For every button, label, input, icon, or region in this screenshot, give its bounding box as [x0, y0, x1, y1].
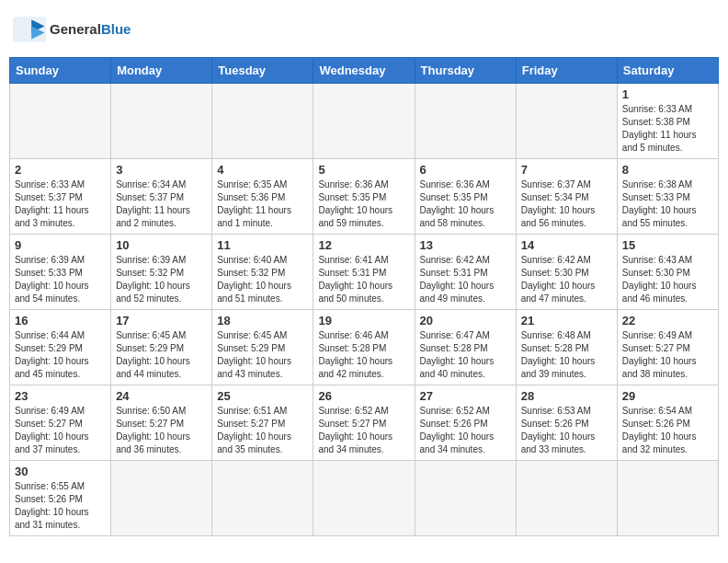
day-number: 23	[15, 389, 106, 403]
day-number: 19	[318, 314, 409, 327]
calendar-day-9: 9Sunrise: 6:39 AMSunset: 5:33 PMDaylight…	[10, 235, 111, 310]
day-info: Sunrise: 6:50 AMSunset: 5:27 PMDaylight:…	[116, 405, 207, 456]
page-header: GeneralBlue	[9, 9, 719, 50]
day-number: 14	[521, 238, 612, 252]
day-info: Sunrise: 6:39 AMSunset: 5:32 PMDaylight:…	[116, 254, 207, 305]
day-number: 6	[420, 163, 511, 177]
calendar-day-empty	[212, 461, 313, 536]
day-info: Sunrise: 6:33 AMSunset: 5:38 PMDaylight:…	[622, 103, 713, 155]
day-number: 26	[318, 389, 409, 403]
day-info: Sunrise: 6:53 AMSunset: 5:26 PMDaylight:…	[521, 405, 612, 456]
weekday-header-saturday: Saturday	[617, 58, 718, 84]
day-number: 22	[622, 314, 713, 327]
day-info: Sunrise: 6:35 AMSunset: 5:36 PMDaylight:…	[217, 178, 308, 230]
calendar-day-2: 2Sunrise: 6:33 AMSunset: 5:37 PMDaylight…	[10, 159, 111, 235]
calendar-day-14: 14Sunrise: 6:42 AMSunset: 5:30 PMDayligh…	[516, 235, 617, 310]
day-number: 5	[318, 163, 409, 177]
calendar-day-7: 7Sunrise: 6:37 AMSunset: 5:34 PMDaylight…	[516, 159, 617, 235]
day-info: Sunrise: 6:46 AMSunset: 5:28 PMDaylight:…	[318, 329, 409, 381]
calendar-day-16: 16Sunrise: 6:44 AMSunset: 5:29 PMDayligh…	[10, 310, 111, 385]
day-info: Sunrise: 6:37 AMSunset: 5:34 PMDaylight:…	[521, 178, 612, 230]
day-info: Sunrise: 6:42 AMSunset: 5:30 PMDaylight:…	[521, 254, 612, 305]
calendar-week-1: 1Sunrise: 6:33 AMSunset: 5:38 PMDaylight…	[10, 84, 719, 159]
calendar-day-empty	[212, 84, 313, 159]
day-info: Sunrise: 6:38 AMSunset: 5:33 PMDaylight:…	[622, 178, 713, 230]
day-info: Sunrise: 6:49 AMSunset: 5:27 PMDaylight:…	[15, 405, 106, 456]
weekday-header-wednesday: Wednesday	[313, 58, 415, 84]
weekday-header-tuesday: Tuesday	[212, 58, 313, 84]
calendar-day-6: 6Sunrise: 6:36 AMSunset: 5:35 PMDaylight…	[415, 159, 516, 235]
day-number: 13	[420, 238, 511, 252]
calendar-day-8: 8Sunrise: 6:38 AMSunset: 5:33 PMDaylight…	[617, 159, 718, 235]
calendar-day-empty	[313, 84, 415, 159]
day-info: Sunrise: 6:39 AMSunset: 5:33 PMDaylight:…	[15, 254, 106, 305]
calendar-day-22: 22Sunrise: 6:49 AMSunset: 5:27 PMDayligh…	[617, 310, 718, 385]
calendar-day-empty	[516, 461, 617, 536]
calendar-day-empty	[415, 84, 516, 159]
day-number: 11	[217, 238, 308, 252]
calendar-table: SundayMondayTuesdayWednesdayThursdayFrid…	[9, 57, 719, 536]
day-info: Sunrise: 6:52 AMSunset: 5:27 PMDaylight:…	[318, 405, 409, 456]
calendar-day-4: 4Sunrise: 6:35 AMSunset: 5:36 PMDaylight…	[212, 159, 313, 235]
day-number: 15	[622, 238, 713, 252]
day-number: 9	[15, 238, 106, 252]
day-number: 18	[217, 314, 308, 327]
calendar-day-empty	[617, 461, 718, 536]
calendar-day-27: 27Sunrise: 6:52 AMSunset: 5:26 PMDayligh…	[415, 385, 516, 461]
calendar-day-30: 30Sunrise: 6:55 AMSunset: 5:26 PMDayligh…	[10, 461, 111, 536]
day-info: Sunrise: 6:45 AMSunset: 5:29 PMDaylight:…	[116, 329, 207, 381]
day-info: Sunrise: 6:45 AMSunset: 5:29 PMDaylight:…	[217, 329, 308, 381]
weekday-header-friday: Friday	[516, 58, 617, 84]
day-info: Sunrise: 6:43 AMSunset: 5:30 PMDaylight:…	[622, 254, 713, 305]
calendar-day-29: 29Sunrise: 6:54 AMSunset: 5:26 PMDayligh…	[617, 385, 718, 461]
calendar-day-3: 3Sunrise: 6:34 AMSunset: 5:37 PMDaylight…	[111, 159, 212, 235]
day-number: 24	[116, 389, 207, 403]
day-number: 7	[521, 163, 612, 177]
weekday-header-monday: Monday	[111, 58, 212, 84]
day-info: Sunrise: 6:54 AMSunset: 5:26 PMDaylight:…	[622, 405, 713, 456]
day-number: 16	[15, 314, 106, 327]
calendar-day-11: 11Sunrise: 6:40 AMSunset: 5:32 PMDayligh…	[212, 235, 313, 310]
calendar-day-28: 28Sunrise: 6:53 AMSunset: 5:26 PMDayligh…	[516, 385, 617, 461]
day-number: 27	[420, 389, 511, 403]
calendar-day-19: 19Sunrise: 6:46 AMSunset: 5:28 PMDayligh…	[313, 310, 415, 385]
calendar-week-2: 2Sunrise: 6:33 AMSunset: 5:37 PMDaylight…	[10, 159, 719, 235]
day-info: Sunrise: 6:51 AMSunset: 5:27 PMDaylight:…	[217, 405, 308, 456]
day-info: Sunrise: 6:42 AMSunset: 5:31 PMDaylight:…	[420, 254, 511, 305]
logo: GeneralBlue	[13, 17, 131, 42]
calendar-day-18: 18Sunrise: 6:45 AMSunset: 5:29 PMDayligh…	[212, 310, 313, 385]
calendar-day-23: 23Sunrise: 6:49 AMSunset: 5:27 PMDayligh…	[10, 385, 111, 461]
calendar-day-empty	[415, 461, 516, 536]
day-number: 2	[15, 163, 106, 177]
calendar-day-13: 13Sunrise: 6:42 AMSunset: 5:31 PMDayligh…	[415, 235, 516, 310]
day-number: 20	[420, 314, 511, 327]
day-number: 21	[521, 314, 612, 327]
calendar-day-15: 15Sunrise: 6:43 AMSunset: 5:30 PMDayligh…	[617, 235, 718, 310]
calendar-week-5: 23Sunrise: 6:49 AMSunset: 5:27 PMDayligh…	[10, 385, 719, 461]
day-info: Sunrise: 6:52 AMSunset: 5:26 PMDaylight:…	[420, 405, 511, 456]
calendar-day-24: 24Sunrise: 6:50 AMSunset: 5:27 PMDayligh…	[111, 385, 212, 461]
day-info: Sunrise: 6:40 AMSunset: 5:32 PMDaylight:…	[217, 254, 308, 305]
day-info: Sunrise: 6:55 AMSunset: 5:26 PMDaylight:…	[15, 480, 106, 532]
day-number: 4	[217, 163, 308, 177]
day-info: Sunrise: 6:41 AMSunset: 5:31 PMDaylight:…	[318, 254, 409, 305]
calendar-day-1: 1Sunrise: 6:33 AMSunset: 5:38 PMDaylight…	[617, 84, 718, 159]
day-number: 25	[217, 389, 308, 403]
calendar-day-empty	[313, 461, 415, 536]
day-number: 12	[318, 238, 409, 252]
day-number: 29	[622, 389, 713, 403]
weekday-header-thursday: Thursday	[415, 58, 516, 84]
day-number: 30	[15, 465, 106, 478]
day-info: Sunrise: 6:47 AMSunset: 5:28 PMDaylight:…	[420, 329, 511, 381]
weekday-header-sunday: Sunday	[10, 58, 111, 84]
calendar-day-12: 12Sunrise: 6:41 AMSunset: 5:31 PMDayligh…	[313, 235, 415, 310]
calendar-day-26: 26Sunrise: 6:52 AMSunset: 5:27 PMDayligh…	[313, 385, 415, 461]
calendar-day-empty	[516, 84, 617, 159]
day-info: Sunrise: 6:36 AMSunset: 5:35 PMDaylight:…	[420, 178, 511, 230]
day-number: 10	[116, 238, 207, 252]
calendar-day-20: 20Sunrise: 6:47 AMSunset: 5:28 PMDayligh…	[415, 310, 516, 385]
day-number: 1	[622, 87, 713, 101]
calendar-day-5: 5Sunrise: 6:36 AMSunset: 5:35 PMDaylight…	[313, 159, 415, 235]
weekday-header-row: SundayMondayTuesdayWednesdayThursdayFrid…	[10, 58, 719, 84]
calendar-day-17: 17Sunrise: 6:45 AMSunset: 5:29 PMDayligh…	[111, 310, 212, 385]
